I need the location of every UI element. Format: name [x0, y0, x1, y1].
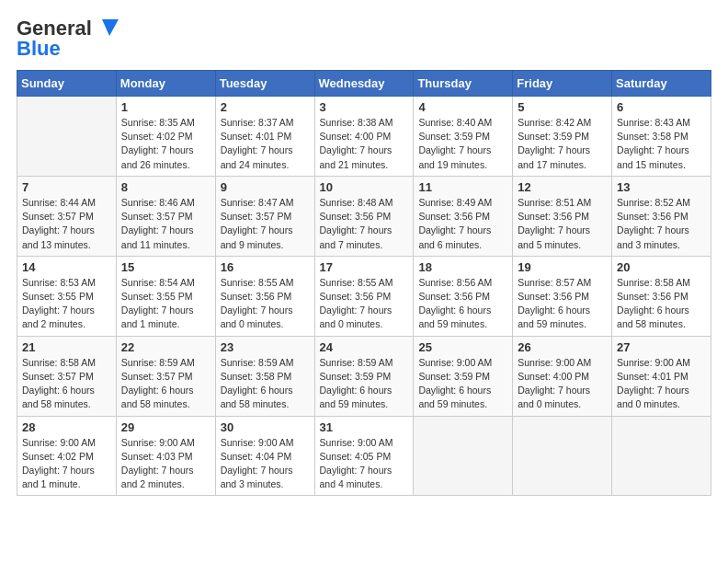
calendar-header-thursday: Thursday [414, 71, 513, 97]
calendar-cell: 15Sunrise: 8:54 AMSunset: 3:55 PMDayligh… [116, 256, 215, 336]
calendar-week-row: 21Sunrise: 8:58 AMSunset: 3:57 PMDayligh… [17, 336, 711, 416]
calendar-header-wednesday: Wednesday [314, 71, 414, 97]
calendar-cell: 17Sunrise: 8:55 AMSunset: 3:56 PMDayligh… [314, 256, 414, 336]
day-number: 5 [518, 100, 607, 114]
day-number: 27 [617, 340, 706, 354]
calendar-header-monday: Monday [116, 71, 215, 97]
day-number: 2 [221, 100, 310, 114]
day-number: 15 [121, 260, 210, 274]
calendar-cell [414, 416, 513, 496]
calendar-cell: 29Sunrise: 9:00 AMSunset: 4:03 PMDayligh… [116, 416, 215, 496]
calendar-cell: 28Sunrise: 9:00 AMSunset: 4:02 PMDayligh… [17, 416, 117, 496]
day-number: 28 [22, 420, 111, 434]
day-number: 26 [518, 340, 607, 354]
day-number: 30 [221, 420, 310, 434]
day-info: Sunrise: 8:55 AMSunset: 3:56 PMDaylight:… [320, 276, 409, 332]
day-number: 8 [121, 180, 210, 194]
day-info: Sunrise: 8:59 AMSunset: 3:58 PMDaylight:… [221, 356, 310, 412]
calendar-table: SundayMondayTuesdayWednesdayThursdayFrid… [17, 70, 711, 496]
calendar-cell: 3Sunrise: 8:38 AMSunset: 4:00 PMDaylight… [314, 97, 414, 177]
day-number: 17 [320, 260, 409, 274]
day-info: Sunrise: 8:56 AMSunset: 3:56 PMDaylight:… [418, 276, 507, 332]
day-number: 11 [418, 180, 507, 194]
day-number: 25 [418, 340, 507, 354]
calendar-week-row: 7Sunrise: 8:44 AMSunset: 3:57 PMDaylight… [17, 176, 711, 256]
day-number: 29 [121, 420, 210, 434]
day-number: 21 [22, 340, 111, 354]
calendar-header-friday: Friday [513, 71, 612, 97]
day-info: Sunrise: 8:58 AMSunset: 3:57 PMDaylight:… [22, 356, 111, 412]
calendar-cell: 24Sunrise: 8:59 AMSunset: 3:59 PMDayligh… [314, 336, 414, 416]
calendar-cell: 25Sunrise: 9:00 AMSunset: 3:59 PMDayligh… [414, 336, 513, 416]
day-number: 7 [22, 180, 111, 194]
calendar-week-row: 28Sunrise: 9:00 AMSunset: 4:02 PMDayligh… [17, 416, 711, 496]
day-info: Sunrise: 8:46 AMSunset: 3:57 PMDaylight:… [121, 196, 210, 252]
day-info: Sunrise: 9:00 AMSunset: 3:59 PMDaylight:… [418, 356, 507, 412]
calendar-cell: 22Sunrise: 8:59 AMSunset: 3:57 PMDayligh… [116, 336, 215, 416]
calendar-week-row: 14Sunrise: 8:53 AMSunset: 3:55 PMDayligh… [17, 256, 711, 336]
calendar-cell: 26Sunrise: 9:00 AMSunset: 4:00 PMDayligh… [513, 336, 612, 416]
day-info: Sunrise: 8:54 AMSunset: 3:55 PMDaylight:… [121, 276, 210, 332]
day-info: Sunrise: 9:00 AMSunset: 4:03 PMDaylight:… [121, 436, 210, 492]
calendar-cell: 4Sunrise: 8:40 AMSunset: 3:59 PMDaylight… [414, 97, 513, 177]
day-number: 1 [121, 100, 210, 114]
day-info: Sunrise: 9:00 AMSunset: 4:05 PMDaylight:… [320, 436, 409, 492]
day-info: Sunrise: 8:44 AMSunset: 3:57 PMDaylight:… [22, 196, 111, 252]
day-number: 9 [221, 180, 310, 194]
day-info: Sunrise: 8:38 AMSunset: 4:00 PMDaylight:… [320, 116, 409, 172]
day-info: Sunrise: 8:58 AMSunset: 3:56 PMDaylight:… [617, 276, 706, 332]
day-info: Sunrise: 8:59 AMSunset: 3:59 PMDaylight:… [320, 356, 409, 412]
calendar-cell: 12Sunrise: 8:51 AMSunset: 3:56 PMDayligh… [513, 176, 612, 256]
day-number: 19 [518, 260, 607, 274]
logo: General Blue [17, 17, 119, 61]
day-info: Sunrise: 8:55 AMSunset: 3:56 PMDaylight:… [221, 276, 310, 332]
day-info: Sunrise: 8:59 AMSunset: 3:57 PMDaylight:… [121, 356, 210, 412]
svg-marker-0 [102, 19, 119, 36]
calendar-cell: 18Sunrise: 8:56 AMSunset: 3:56 PMDayligh… [414, 256, 513, 336]
calendar-week-row: 1Sunrise: 8:35 AMSunset: 4:02 PMDaylight… [17, 97, 711, 177]
day-info: Sunrise: 8:37 AMSunset: 4:01 PMDaylight:… [221, 116, 310, 172]
day-number: 13 [617, 180, 706, 194]
day-info: Sunrise: 8:42 AMSunset: 3:59 PMDaylight:… [518, 116, 607, 172]
calendar-cell: 13Sunrise: 8:52 AMSunset: 3:56 PMDayligh… [612, 176, 711, 256]
day-info: Sunrise: 8:43 AMSunset: 3:58 PMDaylight:… [617, 116, 706, 172]
calendar-cell: 31Sunrise: 9:00 AMSunset: 4:05 PMDayligh… [314, 416, 414, 496]
calendar-cell: 10Sunrise: 8:48 AMSunset: 3:56 PMDayligh… [314, 176, 414, 256]
day-info: Sunrise: 8:53 AMSunset: 3:55 PMDaylight:… [22, 276, 111, 332]
day-number: 10 [320, 180, 409, 194]
calendar-cell: 5Sunrise: 8:42 AMSunset: 3:59 PMDaylight… [513, 97, 612, 177]
calendar-cell: 9Sunrise: 8:47 AMSunset: 3:57 PMDaylight… [215, 176, 314, 256]
calendar-header-row: SundayMondayTuesdayWednesdayThursdayFrid… [17, 71, 711, 97]
day-number: 24 [320, 340, 409, 354]
day-info: Sunrise: 8:51 AMSunset: 3:56 PMDaylight:… [518, 196, 607, 252]
calendar-header-saturday: Saturday [612, 71, 711, 97]
day-number: 22 [121, 340, 210, 354]
day-number: 14 [22, 260, 111, 274]
calendar-cell [17, 97, 117, 177]
calendar-cell: 11Sunrise: 8:49 AMSunset: 3:56 PMDayligh… [414, 176, 513, 256]
day-info: Sunrise: 8:49 AMSunset: 3:56 PMDaylight:… [418, 196, 507, 252]
calendar-cell: 27Sunrise: 9:00 AMSunset: 4:01 PMDayligh… [612, 336, 711, 416]
day-info: Sunrise: 9:00 AMSunset: 4:01 PMDaylight:… [617, 356, 706, 412]
day-info: Sunrise: 8:48 AMSunset: 3:56 PMDaylight:… [320, 196, 409, 252]
calendar-cell: 21Sunrise: 8:58 AMSunset: 3:57 PMDayligh… [17, 336, 117, 416]
calendar-cell: 30Sunrise: 9:00 AMSunset: 4:04 PMDayligh… [215, 416, 314, 496]
calendar-cell: 14Sunrise: 8:53 AMSunset: 3:55 PMDayligh… [17, 256, 117, 336]
day-info: Sunrise: 8:57 AMSunset: 3:56 PMDaylight:… [518, 276, 607, 332]
logo-icon [93, 19, 119, 36]
calendar-header-tuesday: Tuesday [215, 71, 314, 97]
day-info: Sunrise: 8:52 AMSunset: 3:56 PMDaylight:… [617, 196, 706, 252]
calendar-cell [612, 416, 711, 496]
day-info: Sunrise: 8:40 AMSunset: 3:59 PMDaylight:… [418, 116, 507, 172]
calendar-cell: 7Sunrise: 8:44 AMSunset: 3:57 PMDaylight… [17, 176, 117, 256]
day-info: Sunrise: 8:35 AMSunset: 4:02 PMDaylight:… [121, 116, 210, 172]
calendar-cell: 2Sunrise: 8:37 AMSunset: 4:01 PMDaylight… [215, 97, 314, 177]
day-info: Sunrise: 9:00 AMSunset: 4:04 PMDaylight:… [221, 436, 310, 492]
day-number: 18 [418, 260, 507, 274]
day-number: 3 [320, 100, 409, 114]
calendar-cell: 1Sunrise: 8:35 AMSunset: 4:02 PMDaylight… [116, 97, 215, 177]
calendar-cell: 8Sunrise: 8:46 AMSunset: 3:57 PMDaylight… [116, 176, 215, 256]
day-info: Sunrise: 9:00 AMSunset: 4:00 PMDaylight:… [518, 356, 607, 412]
page: General Blue SundayMondayTuesdayWednesda… [0, 0, 728, 563]
calendar-cell: 20Sunrise: 8:58 AMSunset: 3:56 PMDayligh… [612, 256, 711, 336]
